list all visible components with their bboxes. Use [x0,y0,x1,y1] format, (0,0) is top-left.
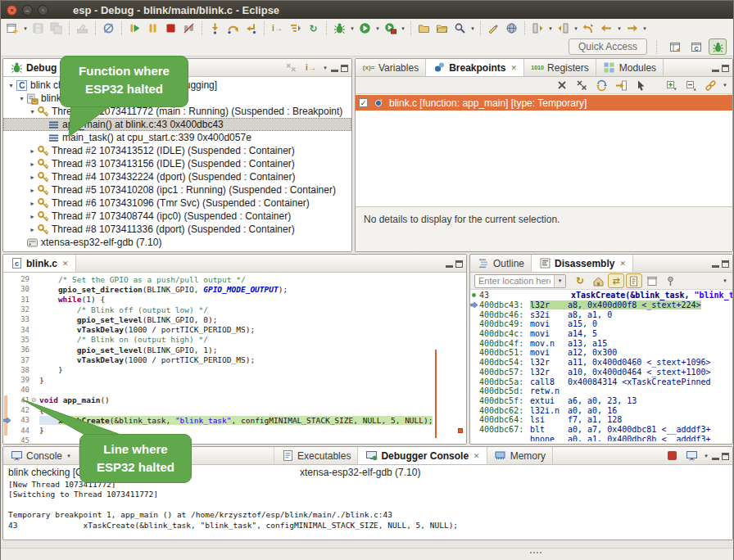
close-icon[interactable]: ✕ [62,260,69,268]
step-filters-button[interactable] [287,20,304,37]
disassembly-row-6[interactable]: 400dbc54:l32ra11, 0x400d0460 <_stext+109… [470,358,732,368]
disassembly-row-7[interactable]: 400dbc57:l32ra10, 0x400d0464 <_stext+110… [470,368,732,377]
tab-console[interactable]: Console ▾ [3,447,79,464]
open-folder-button[interactable] [433,20,451,37]
close-icon[interactable]: ✕ [511,64,518,72]
cpp-perspective-button[interactable]: C [687,38,705,55]
next-annotation-button[interactable] [529,20,546,37]
editor-ruler[interactable] [3,395,12,405]
editor-ruler[interactable] [3,345,12,355]
editor-ruler[interactable] [3,274,12,284]
debug-tree-row-12[interactable]: xtensa-esp32-elf-gdb (7.10) [3,236,351,249]
debug-tree-row-10[interactable]: ▸Thread #7 1073408744 (ipc0) (Suspended … [3,210,351,223]
tree-expander-icon[interactable]: ▸ [28,200,37,207]
show-for-selection-button[interactable] [593,77,610,93]
debug-tree-row-4[interactable]: main_task() at cpu_start.c:339 0x400d057… [3,131,351,144]
step-into-button[interactable] [206,20,224,37]
dropdown-caret-icon[interactable]: ▾ [349,25,356,32]
maximize-view-icon[interactable] [722,61,729,75]
disassembly-row-14[interactable]: bnonea0, a1, 0x400dbc8b <__adddf3+ [470,434,732,441]
tree-expander-icon[interactable]: ▸ [28,187,37,194]
code-line-39[interactable]: 39} [3,375,466,385]
dropdown-caret-icon[interactable]: ▾ [573,25,579,32]
forward-button[interactable] [623,20,641,37]
open-perspective-button[interactable] [666,38,684,55]
minimize-view-icon[interactable] [712,256,719,271]
disconnect-button[interactable] [180,20,197,37]
tab-blink-c[interactable]: c blink.c ✕ [3,255,76,272]
disassembly-row-0[interactable]: 400dbc43:l32ra8, 0x400d00f8 <_stext+224> [470,300,732,310]
editor-ruler[interactable] [3,365,12,375]
tab-variables[interactable]: (x)= Variables [356,59,426,76]
dropdown-caret-icon[interactable]: ▾ [616,25,623,32]
window-maximize-button[interactable]: ▫ [38,5,48,16]
code-line-35[interactable]: 35 /* Blink on (output high) */ [3,335,466,345]
editor-ruler[interactable] [3,415,12,425]
tab-modules[interactable]: Modules [596,59,664,76]
editor-ruler[interactable] [3,355,12,364]
minimize-view-icon[interactable] [446,256,453,271]
remove-terminated-icon[interactable] [283,61,300,75]
tree-expander-icon[interactable]: ▾ [28,108,37,115]
code-line-37[interactable]: 37 vTaskDelay(1000 / portTICK_PERIOD_MS)… [3,355,466,364]
globe-button[interactable] [503,20,520,37]
disassembly-row-1[interactable]: 400dbc46:s32ia8, a1, 0 [470,309,732,319]
tree-expander-icon[interactable]: ▸ [28,160,37,168]
tab-executables[interactable]: Executables [274,447,358,464]
overview-marker[interactable] [458,428,463,433]
editor-ruler[interactable] [3,324,12,334]
dropdown-caret-icon[interactable]: ▾ [547,25,554,32]
code-line-30[interactable]: 30 gpio_set_direction(BLINK_GPIO, GPIO_M… [3,284,466,294]
maximize-view-icon[interactable] [722,256,729,271]
display-console-icon[interactable] [683,449,700,463]
disassembly-location-input[interactable] [475,276,554,286]
search-button[interactable] [451,20,469,37]
disassembly-row-10[interactable]: 400dbc5f:extuia6, a0, 23, 13 [470,396,732,406]
code-line-38[interactable]: 38 } [3,365,466,375]
tree-expander-icon[interactable]: ▸ [28,174,37,181]
disassembly-row-5[interactable]: 400dbc51:movia12, 0x300 [470,348,732,358]
editor-ruler[interactable] [3,284,12,294]
skip-breakpoints-button[interactable] [100,20,117,37]
breakpoint-checkbox[interactable]: ✓ [359,98,368,107]
code-line-29[interactable]: 29 /* Set the GPIO as a push/pull output… [3,274,466,284]
tab-breakpoints[interactable]: Breakpoints ✕ [426,59,524,76]
external-tools-button[interactable] [382,20,399,37]
show-source-button[interactable] [626,273,642,288]
instruction-step-button[interactable]: i→ [269,20,286,37]
mark-occurrences-button[interactable] [485,20,502,37]
last-edit-location-button[interactable] [580,20,597,37]
tree-expander-icon[interactable]: ▸ [28,147,37,155]
quick-access-button[interactable]: Quick Access [569,38,647,55]
run-button[interactable] [356,20,374,37]
breakpoints-list[interactable]: ✓ blink.c [function: app_main] [type: Te… [356,95,732,206]
tab-memory[interactable]: Memory [487,447,553,464]
tab-debugger-console[interactable]: Debugger Console ✕ [358,447,487,464]
editor-ruler[interactable] [3,295,12,305]
maximize-view-icon[interactable] [722,449,729,463]
suspend-button[interactable] [144,20,161,37]
debug-tree-row-7[interactable]: ▸Thread #4 1073432224 (dport) (Suspended… [3,170,351,183]
disassembly-row-9[interactable]: 400dbc5d:retw.n [470,386,732,396]
console-output[interactable]: [New Thread 1073411772][Switching to Thr… [3,478,732,532]
home-button[interactable] [590,273,606,288]
code-line-33[interactable]: 33 gpio_set_level(BLINK_GPIO, 0); [3,314,466,324]
tab-registers[interactable]: 1010 Registers [524,59,596,76]
disassembly-row-13[interactable]: 400dbc67:blta0, a7, 0x400dbc81 <__adddf3… [470,425,732,435]
maximize-view-icon[interactable] [455,256,463,271]
debug-tree-row-3[interactable]: app_main() at blink.c:43 0x400dbc43 [3,118,351,131]
code-line-34[interactable]: 34 vTaskDelay(1000 / portTICK_PERIOD_MS)… [3,324,466,334]
disassembly-source-row[interactable]: 43xTaskCreate(&blink_task, "blink_tas [470,291,732,300]
dropdown-caret-icon[interactable]: ▾ [641,25,648,32]
tree-expander-icon[interactable]: ▸ [28,213,37,220]
remove-all-button[interactable] [573,77,591,93]
dropdown-caret-icon[interactable]: ▾ [374,25,381,32]
debug-tree-row-6[interactable]: ▸Thread #3 1073413156 (IDLE) (Suspended … [3,157,351,170]
terminate-button[interactable] [162,20,179,37]
editor-ruler[interactable] [3,436,12,444]
link-with-debug-button[interactable] [702,77,719,93]
dropdown-caret-icon[interactable]: ▾ [22,25,29,32]
refresh-button[interactable]: ↻ [572,273,588,288]
folder-button[interactable] [415,20,433,37]
code-line-36[interactable]: 36 gpio_set_level(BLINK_GPIO, 1); [3,345,466,355]
